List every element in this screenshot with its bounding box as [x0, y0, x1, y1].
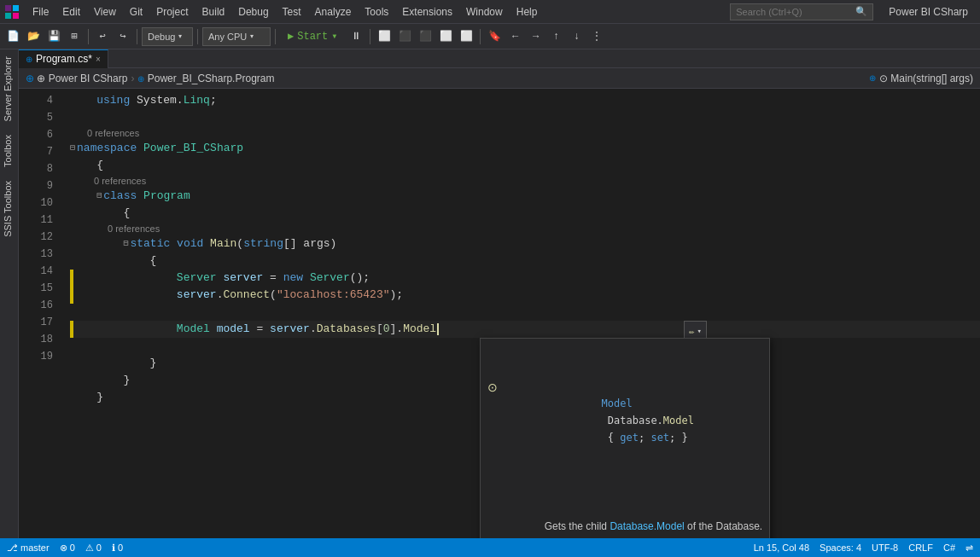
toolbox-tab[interactable]: Toolbox [0, 128, 18, 174]
sep1 [88, 29, 89, 44]
sep6 [480, 29, 481, 44]
code-line-6: ⊟namespace Power_BI_CSharp [70, 140, 980, 157]
ln19: 19 [19, 348, 53, 365]
search-box[interactable]: 🔍 [730, 3, 873, 20]
ln11: 11 [19, 212, 53, 229]
sep4 [275, 29, 276, 44]
menu-analyze[interactable]: Analyze [308, 4, 359, 20]
menu-git[interactable]: Git [123, 4, 149, 20]
git-branch: master [20, 542, 50, 553]
hint-line-class: 0 references [70, 174, 980, 188]
menu-build[interactable]: Build [195, 4, 232, 20]
ln8: 8 [19, 160, 53, 177]
line-numbers: 4 5 6 7 8 9 10 11 12 13 14 15 16 17 18 1… [19, 89, 61, 538]
server-explorer-tab[interactable]: Server Explorer [0, 49, 18, 128]
ln10: 10 [19, 194, 53, 212]
config-dropdown[interactable]: Debug ▾ [142, 27, 193, 46]
tooltip-title: Model Database.Model { get; set; } [503, 378, 694, 463]
breadcrumb-class[interactable]: ⊕ Power_BI_CSharp.Program [137, 73, 274, 84]
warning-icon: ⚠ [85, 542, 94, 554]
menu-view[interactable]: View [87, 4, 123, 20]
status-errors[interactable]: ⊗ 0 [60, 542, 75, 554]
collapse-8[interactable]: ⊟ [96, 188, 102, 205]
tab-close-btn[interactable]: × [96, 55, 101, 64]
breadcrumb-dropdown[interactable]: ⊕ [869, 73, 876, 83]
file-tab-program[interactable]: ⊕ Program.cs* × [19, 49, 108, 68]
save-btn[interactable]: 💾 [44, 27, 63, 46]
tooltip-member-icon: ⊙ [487, 379, 498, 396]
debug-btn4[interactable]: ⬜ [436, 27, 455, 46]
status-spaces[interactable]: Spaces: 4 [820, 542, 861, 553]
collapse-10[interactable]: ⊟ [123, 235, 128, 252]
tab-label: Program.cs* [36, 53, 92, 65]
ln7: 7 [19, 143, 53, 160]
debug-btn3[interactable]: ⬛ [416, 27, 435, 46]
menu-window[interactable]: Window [459, 4, 510, 20]
menu-bar: File Edit View Git Project Build Debug T… [0, 0, 980, 24]
collapse-6[interactable]: ⊟ [70, 140, 75, 157]
menu-help[interactable]: Help [510, 4, 545, 20]
status-line-endings[interactable]: CRLF [908, 542, 933, 553]
search-icon[interactable]: 🔍 [855, 6, 867, 17]
status-position[interactable]: Ln 15, Col 48 [754, 542, 809, 553]
menu-test[interactable]: Test [276, 4, 308, 20]
debug-btn1[interactable]: ⬜ [375, 27, 394, 46]
platform-dropdown[interactable]: Any CPU ▾ [202, 27, 271, 46]
nav-btn4[interactable]: ↓ [567, 27, 586, 46]
ln9: 9 [19, 177, 53, 194]
menu-extensions[interactable]: Extensions [395, 4, 459, 20]
spaces-text: Spaces: 4 [820, 542, 861, 553]
menu-file[interactable]: File [26, 4, 55, 20]
sep2 [137, 29, 137, 44]
ssis-toolbox-tab[interactable]: SSIS Toolbox [0, 174, 18, 244]
search-input[interactable] [736, 7, 855, 17]
ln15: 15 [19, 280, 53, 297]
bookmark-btn[interactable]: 🔖 [485, 27, 504, 46]
ln6: 6 [19, 126, 53, 143]
code-line-8: ⊟class Program [70, 188, 980, 205]
debug-btn2[interactable]: ⬛ [395, 27, 414, 46]
debug-btn5[interactable]: ⬜ [457, 27, 475, 46]
undo-btn[interactable]: ↩ [93, 27, 112, 46]
pause-btn[interactable]: ⏸ [347, 27, 365, 46]
nav-btn5[interactable]: ⋮ [587, 27, 606, 46]
nav-btn1[interactable]: ← [505, 27, 524, 46]
ln14: 14 [19, 263, 53, 280]
nav-btn2[interactable]: → [526, 27, 545, 46]
nav-btn3[interactable]: ↑ [546, 27, 565, 46]
code-line-11: { [70, 252, 980, 270]
breadcrumb-method[interactable]: ⊙ Main(string[] args) [879, 73, 973, 84]
start-dropdown-arrow: ▾ [331, 30, 337, 43]
new-file-btn[interactable]: 📄 [3, 27, 22, 46]
ln16: 16 [19, 297, 53, 314]
status-messages[interactable]: ℹ 0 [112, 542, 123, 554]
menu-debug[interactable]: Debug [231, 4, 275, 20]
code-content[interactable]: using System.Linq; 0 references ⊟namespa… [61, 89, 980, 538]
breadcrumb-right: ⊕ ⊙ Main(string[] args) [869, 73, 973, 84]
sep5 [370, 29, 370, 44]
tooltip-header: ⊙ Model Database.Model { get; set; } [487, 378, 762, 463]
svg-rect-1 [13, 5, 19, 11]
side-tabs: Server Explorer Toolbox SSIS Toolbox [0, 49, 19, 538]
status-encoding[interactable]: UTF-8 [872, 542, 898, 553]
save-all-btn[interactable]: ⊞ [65, 27, 84, 46]
ln4: 4 [19, 92, 53, 109]
status-warnings[interactable]: ⚠ 0 [85, 542, 102, 554]
status-bar: ⎇ master ⊗ 0 ⚠ 0 ℹ 0 Ln 15, Col 48 Space… [0, 538, 980, 557]
redo-btn[interactable]: ↪ [114, 27, 132, 46]
language-text: C# [943, 542, 955, 553]
status-git[interactable]: ⎇ master [7, 542, 50, 554]
menu-tools[interactable]: Tools [358, 4, 395, 20]
menu-project[interactable]: Project [149, 4, 195, 20]
breadcrumb-project[interactable]: ⊕ ⊕ Power BI CSharp [26, 73, 127, 84]
status-language[interactable]: C# [943, 542, 955, 553]
message-icon: ℹ [112, 542, 115, 554]
app-title: Power BI CSharp [880, 6, 977, 18]
status-feedback[interactable]: ⇌ [965, 542, 973, 554]
error-icon: ⊗ [60, 542, 67, 554]
ln12: 12 [19, 229, 53, 246]
toolbar: 📄 📂 💾 ⊞ ↩ ↪ Debug ▾ Any CPU ▾ ▶ Start ▾ … [0, 24, 980, 49]
open-btn[interactable]: 📂 [24, 27, 43, 46]
start-button[interactable]: ▶ Start ▾ [280, 27, 345, 46]
menu-edit[interactable]: Edit [55, 4, 87, 20]
